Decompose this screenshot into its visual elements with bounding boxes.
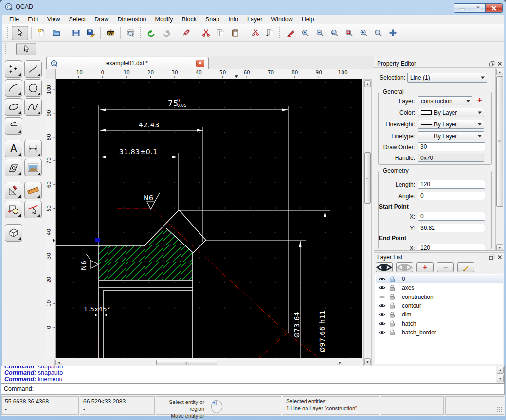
tool-points-button[interactable]	[5, 60, 22, 78]
tool-hatch-button[interactable]	[5, 159, 22, 176]
layer-lock-icon[interactable]	[389, 294, 395, 300]
h-scrollbar[interactable]: ◄ ► |||	[54, 359, 344, 366]
n6-left-text[interactable]: N6	[80, 261, 88, 270]
cut-button[interactable]	[199, 26, 213, 40]
tool-arc-button[interactable]	[5, 79, 22, 97]
selection-reference-point[interactable]	[95, 238, 100, 242]
tool-polyline-button[interactable]	[5, 117, 22, 135]
menu-view[interactable]: View	[43, 15, 65, 24]
layer-lock-icon[interactable]	[389, 276, 395, 282]
toolbar-grip[interactable]	[5, 43, 7, 55]
history-scroll-up[interactable]: ▲	[497, 367, 504, 374]
zoom-out-button[interactable]	[313, 26, 326, 40]
history-scrollbar[interactable]: ▲ ▼	[496, 366, 504, 383]
dim-dia1-text[interactable]: Ø73.64	[293, 312, 301, 338]
edit-layer-button[interactable]	[457, 262, 474, 272]
close-button[interactable]	[485, 3, 503, 13]
redo-button[interactable]	[159, 26, 173, 40]
copy-button[interactable]	[214, 26, 227, 40]
tab-close-button[interactable]: ✕	[196, 60, 204, 67]
v-scroll-thumb[interactable]: ≡	[364, 152, 371, 204]
remove-layer-button[interactable]: −	[437, 262, 454, 272]
layer-row-dim[interactable]: dim	[376, 310, 503, 319]
selection-combo[interactable]: Line (1)	[407, 73, 487, 83]
h-scroll-right-button[interactable]: ►	[337, 360, 343, 365]
length-input[interactable]	[418, 180, 485, 189]
layer-visibility-icon[interactable]	[397, 261, 413, 274]
toolbar-grip[interactable]	[7, 27, 9, 39]
draworder-input[interactable]	[418, 142, 485, 151]
title-bar[interactable]: QCAD	[0, 0, 506, 15]
layer-visibility-icon[interactable]	[378, 312, 386, 317]
copy-ref-button[interactable]	[263, 26, 276, 40]
h-scroll-left-button[interactable]: ◄	[55, 360, 62, 365]
drawing-canvas[interactable]: 75 0 0.05 42.43 31.83±0.1 1.5x45° Ø73.64…	[56, 79, 362, 358]
lineweight-combo[interactable]: By Layer	[418, 120, 484, 129]
layer-lock-icon[interactable]	[389, 285, 395, 291]
layer-lock-icon[interactable]	[389, 329, 395, 335]
undo-button[interactable]	[145, 26, 158, 40]
h-scroll-thumb[interactable]: |||	[156, 360, 217, 365]
layer-visibility-icon[interactable]	[378, 303, 386, 309]
menu-draw[interactable]: Draw	[90, 15, 113, 24]
document-tab[interactable]: example01.dxf * ✕	[46, 57, 209, 69]
add-layer-button[interactable]: +	[475, 96, 484, 105]
hide-all-layers-button[interactable]	[396, 262, 413, 272]
menu-dimension[interactable]: Dimension	[113, 15, 151, 24]
layer-lock-icon[interactable]	[389, 302, 395, 309]
menu-snap[interactable]: Snap	[201, 15, 224, 24]
maximize-button[interactable]	[470, 3, 486, 13]
end-x-input[interactable]	[418, 244, 485, 251]
minimize-button[interactable]	[454, 3, 470, 13]
layer-lock-icon[interactable]	[389, 312, 395, 318]
layer-visibility-icon[interactable]	[376, 261, 392, 274]
menu-info[interactable]: Info	[224, 15, 243, 24]
close-panel-icon[interactable]	[497, 61, 503, 67]
pan-button[interactable]	[386, 26, 399, 40]
tool-ruler-button[interactable]	[24, 182, 42, 199]
menu-help[interactable]: Help	[297, 15, 319, 24]
tool-modify-button[interactable]	[24, 201, 42, 218]
layer-row-axes[interactable]: axes	[376, 283, 503, 292]
paste-button[interactable]	[228, 26, 242, 40]
zoom-auto-button[interactable]	[327, 26, 341, 40]
tool-text-button[interactable]: A	[5, 140, 22, 158]
history-scroll-down[interactable]: ▼	[497, 375, 504, 382]
color-combo[interactable]: By Layer	[418, 108, 484, 117]
save-as-button[interactable]	[84, 26, 97, 40]
n6-top-text[interactable]: N6	[144, 194, 153, 202]
add-layer-button[interactable]: +	[416, 262, 434, 272]
menu-modify[interactable]: Modify	[151, 15, 178, 24]
eraser-button[interactable]	[179, 26, 193, 40]
dim-3183-text[interactable]: 31.83±0.1	[119, 148, 158, 156]
open-button[interactable]	[49, 26, 63, 40]
v-scrollbar[interactable]: ▲ ▼ ≡	[363, 79, 372, 366]
dim-4243-text[interactable]: 42.43	[139, 121, 160, 129]
v-scroll-up-button[interactable]: ▲	[364, 80, 371, 87]
show-all-layers-button[interactable]	[376, 262, 393, 272]
tool-image-button[interactable]	[24, 159, 42, 176]
menu-select[interactable]: Select	[65, 15, 90, 24]
layer-combo[interactable]: construction	[418, 96, 472, 105]
start-y-input[interactable]	[418, 224, 485, 232]
tool-ellipse-button[interactable]	[5, 98, 22, 116]
menu-window[interactable]: Window	[267, 15, 297, 24]
layer-list-titlebar[interactable]: Layer List	[374, 252, 504, 261]
zoom-selection-button[interactable]	[342, 26, 356, 40]
close-panel-icon[interactable]	[497, 254, 503, 260]
select-tool-button[interactable]	[16, 43, 36, 55]
select-button[interactable]	[12, 26, 28, 40]
layer-row-contour[interactable]: contour	[376, 301, 503, 310]
layer-row-construction[interactable]: construction	[376, 293, 503, 301]
float-panel-icon[interactable]	[489, 254, 495, 260]
tool-block-button[interactable]	[5, 201, 22, 218]
svg-export-button[interactable]: SVG	[104, 26, 117, 40]
tool-line-button[interactable]	[24, 60, 42, 78]
layer-row-hatch_border[interactable]: hatch_border	[376, 328, 503, 337]
layer-visibility-icon[interactable]	[378, 330, 386, 335]
layer-visibility-icon[interactable]	[378, 276, 386, 282]
property-scroll-up[interactable]: ▲	[496, 69, 503, 75]
layer-visibility-icon[interactable]	[378, 285, 386, 291]
menu-layer[interactable]: Layer	[243, 15, 267, 24]
command-history[interactable]: ▲ ▼ Command: snapautoCommand: snapautoCo…	[1, 366, 505, 384]
